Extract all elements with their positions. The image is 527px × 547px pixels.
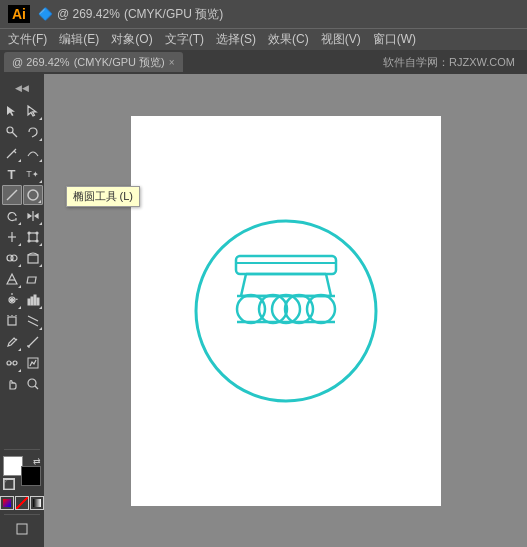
tab-label: @ 269.42%	[12, 56, 70, 68]
magic-wand-tool-button[interactable]	[2, 122, 22, 142]
svg-rect-44	[17, 524, 27, 534]
blend-tool-button[interactable]	[2, 353, 22, 373]
svg-line-49	[241, 274, 246, 296]
none-button[interactable]	[15, 496, 29, 510]
svg-rect-28	[8, 317, 16, 325]
window-icon: 🔷	[38, 7, 53, 21]
menu-select[interactable]: 选择(S)	[216, 31, 256, 48]
toolbar-collapse-button[interactable]: ◀◀	[12, 78, 32, 98]
svg-rect-16	[28, 255, 38, 263]
svg-marker-6	[35, 214, 38, 218]
column-graph-tool-button[interactable]	[23, 290, 43, 310]
touch-type-tool-button[interactable]: T✦	[23, 164, 43, 184]
image-trace-button[interactable]	[23, 353, 43, 373]
measure-tool-button[interactable]	[23, 332, 43, 352]
color-button[interactable]	[0, 496, 14, 510]
tab-active[interactable]: @ 269.42% (CMYK/GPU 预览) ×	[4, 52, 183, 72]
menu-text[interactable]: 文字(T)	[165, 31, 204, 48]
toolbar: ◀◀	[0, 74, 44, 547]
symbol-sprayer-tool-button[interactable]	[2, 290, 22, 310]
artboard	[131, 116, 441, 506]
fill-swatch[interactable]	[3, 456, 23, 476]
menu-view[interactable]: 视图(V)	[321, 31, 361, 48]
svg-point-52	[237, 295, 265, 323]
svg-line-43	[35, 386, 38, 389]
swap-colors-button[interactable]: ⇄	[33, 456, 41, 466]
ellipse-tool-button[interactable]: 椭圆工具 (L)	[23, 185, 43, 205]
menu-edit[interactable]: 编辑(E)	[59, 31, 99, 48]
select-tool-button[interactable]	[2, 101, 22, 121]
rotate-tool-button[interactable]	[2, 206, 22, 226]
direct-select-tool-button[interactable]	[23, 101, 43, 121]
pen-tool-button[interactable]	[2, 143, 22, 163]
lamp-icon	[171, 211, 401, 411]
svg-marker-5	[28, 214, 31, 218]
curvature-tool-button[interactable]	[23, 143, 43, 163]
svg-point-56	[307, 295, 335, 323]
main-layout: ◀◀	[0, 74, 527, 547]
canvas-area	[44, 74, 527, 547]
svg-rect-25	[31, 297, 33, 305]
menu-bar: 文件(F) 编辑(E) 对象(O) 文字(T) 选择(S) 效果(C) 视图(V…	[0, 28, 527, 50]
svg-point-42	[28, 379, 36, 387]
svg-point-10	[28, 232, 30, 234]
svg-point-13	[36, 240, 38, 242]
perspective-grid-tool-button[interactable]	[2, 269, 22, 289]
svg-rect-19	[27, 277, 36, 283]
draw-normal-button[interactable]	[12, 519, 32, 539]
svg-rect-24	[28, 299, 30, 305]
svg-line-50	[326, 274, 331, 296]
artboard-tool-button[interactable]	[2, 311, 22, 331]
svg-line-32	[28, 316, 38, 321]
svg-rect-26	[34, 295, 36, 305]
live-paint-tool-button[interactable]	[23, 248, 43, 268]
app-logo: Ai	[8, 5, 30, 23]
tab-mode: (CMYK/GPU 预览)	[74, 55, 165, 70]
svg-line-2	[7, 190, 17, 200]
color-mode: (CMYK/GPU 预览)	[124, 6, 223, 23]
svg-rect-46	[236, 256, 336, 274]
lasso-tool-button[interactable]	[23, 122, 43, 142]
zoom-tool-button[interactable]	[23, 374, 43, 394]
reflect-tool-button[interactable]	[23, 206, 43, 226]
svg-line-33	[28, 321, 38, 326]
tab-bar: @ 269.42% (CMYK/GPU 预览) × 软件自学网：RJZXW.CO…	[0, 50, 527, 74]
svg-rect-9	[29, 233, 37, 241]
tab-close-button[interactable]: ×	[169, 57, 175, 68]
gradient-button[interactable]	[30, 496, 44, 510]
color-controls: ⇄ ⬛	[0, 447, 44, 543]
menu-window[interactable]: 窗口(W)	[373, 31, 416, 48]
menu-object[interactable]: 对象(O)	[111, 31, 152, 48]
svg-point-12	[28, 240, 30, 242]
line-tool-button[interactable]	[2, 185, 22, 205]
site-label: 软件自学网：RJZXW.COM	[375, 55, 523, 70]
svg-line-35	[28, 337, 38, 347]
title-bar: Ai 🔷 @ 269.42% (CMYK/GPU 预览)	[0, 0, 527, 28]
width-tool-button[interactable]	[2, 227, 22, 247]
svg-point-39	[13, 361, 17, 365]
svg-point-15	[11, 255, 17, 261]
svg-point-11	[36, 232, 38, 234]
default-colors-button[interactable]: ⬛	[3, 478, 15, 490]
svg-point-23	[10, 299, 13, 302]
stroke-swatch[interactable]	[21, 466, 41, 486]
svg-line-34	[16, 339, 17, 340]
hand-tool-button[interactable]	[2, 374, 22, 394]
zoom-level: @ 269.42%	[57, 7, 120, 21]
shape-builder-tool-button[interactable]	[2, 248, 22, 268]
eyedropper-tool-button[interactable]	[2, 332, 22, 352]
menu-file[interactable]: 文件(F)	[8, 31, 47, 48]
svg-point-38	[7, 361, 11, 365]
svg-point-3	[28, 190, 38, 200]
svg-marker-17	[7, 274, 17, 284]
menu-effect[interactable]: 效果(C)	[268, 31, 309, 48]
free-transform-tool-button[interactable]	[23, 227, 43, 247]
slice-tool-button[interactable]	[23, 311, 43, 331]
type-tool-button[interactable]: T	[2, 164, 22, 184]
svg-rect-27	[37, 298, 39, 305]
svg-point-1	[7, 127, 13, 133]
svg-line-0	[12, 132, 17, 137]
perspective-selection-tool-button[interactable]	[23, 269, 43, 289]
